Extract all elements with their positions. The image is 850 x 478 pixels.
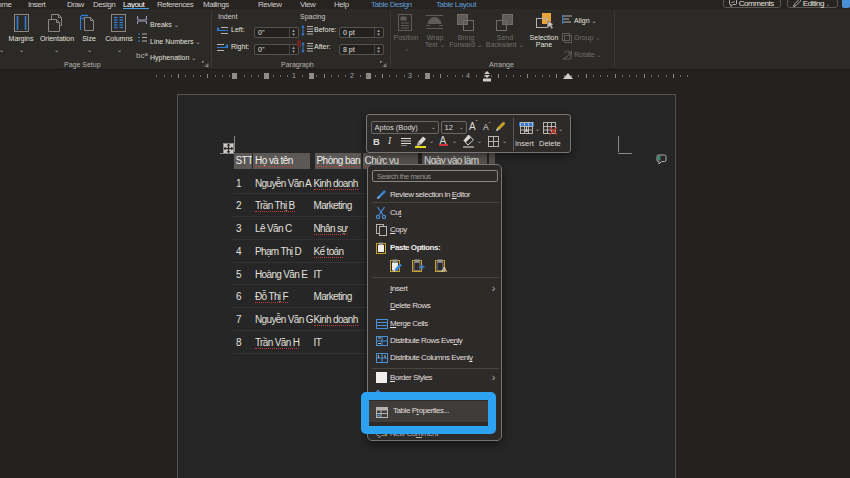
svg-text:A: A (442, 265, 448, 272)
